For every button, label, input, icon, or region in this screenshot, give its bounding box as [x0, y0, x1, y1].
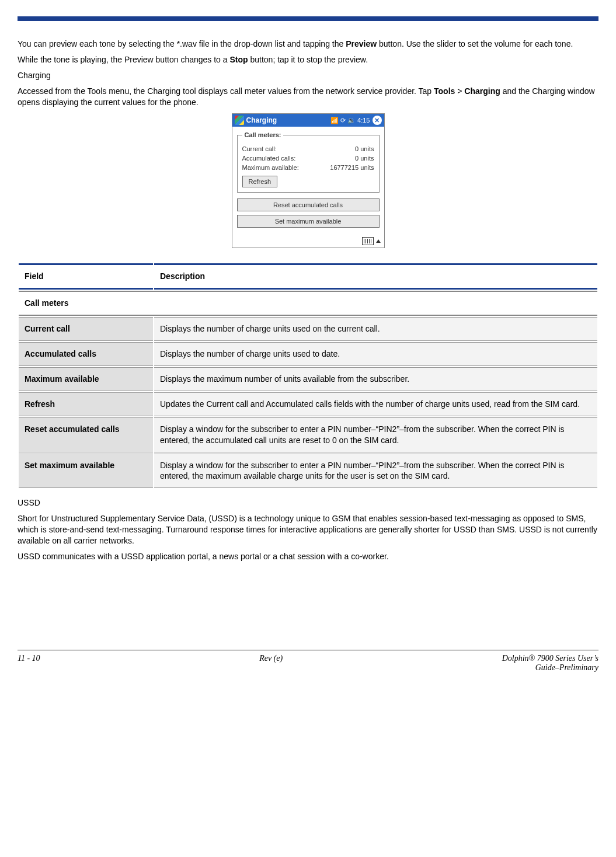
row-field: Set maximum available [19, 454, 153, 489]
charging-screenshot: Charging 📶 ⟳ 🔉 4:15 ✕ Call meters: Curre… [232, 113, 385, 248]
row-field: Accumulated calls [19, 342, 153, 366]
preview-word: Preview [346, 39, 377, 48]
text: button; tap it to stop the preview. [248, 55, 368, 64]
status-icons: 📶 ⟳ 🔉 4:15 [330, 117, 370, 124]
row-field: Current call [19, 317, 153, 341]
footer-right: Dolphin® 7900 Series User’s Guide–Prelim… [502, 654, 598, 673]
page-footer: 11 - 10 Rev (e) Dolphin® 7900 Series Use… [18, 650, 598, 673]
ussd-p2: USSD communicates with a USSD applicatio… [18, 551, 598, 562]
signal-icon: 📶 [330, 117, 339, 124]
clock-text: 4:15 [357, 117, 370, 124]
row-field: Maximum available [19, 367, 153, 391]
row-desc: Display a window for the subscriber to e… [154, 454, 597, 489]
th-description: Description [154, 263, 597, 290]
reset-accumulated-button[interactable]: Reset accumulated calls [237, 198, 380, 211]
accumulated-label: Accumulated calls: [242, 155, 296, 162]
ussd-heading: USSD [18, 497, 598, 508]
set-maximum-button[interactable]: Set maximum available [237, 215, 380, 228]
paragraph-preview: You can preview each tone by selecting t… [18, 39, 598, 50]
row-desc: Displays the maximum number of units ava… [154, 367, 597, 391]
footer-right-2: Guide–Preliminary [535, 663, 598, 672]
row-desc: Display a window for the subscriber to e… [154, 417, 597, 452]
header-bar [18, 16, 598, 21]
row-field: Refresh [19, 392, 153, 416]
current-call-label: Current call: [242, 145, 277, 152]
text: > [455, 86, 464, 96]
charging-word: Charging [464, 86, 500, 96]
footer-right-1: Dolphin® 7900 Series User’s [502, 654, 598, 663]
sync-icon: ⟳ [340, 117, 346, 124]
arrow-up-icon[interactable] [376, 239, 381, 243]
tools-word: Tools [434, 86, 455, 96]
text: While the tone is playing, the Preview b… [18, 55, 229, 64]
keyboard-icon[interactable] [362, 237, 374, 245]
paragraph-stop: While the tone is playing, the Preview b… [18, 54, 598, 65]
ussd-p1: Short for Unstructured Supplementary Ser… [18, 513, 598, 546]
speaker-icon: 🔉 [347, 117, 356, 124]
refresh-button[interactable]: Refresh [242, 176, 278, 187]
row-desc: Displays the number of charge units used… [154, 342, 597, 366]
footer-left: 11 - 10 [18, 654, 40, 663]
maximum-value: 16777215 units [330, 164, 374, 171]
section-call-meters: Call meters [19, 291, 597, 316]
row-desc: Displays the number of charge units used… [154, 317, 597, 341]
charging-heading: Charging [18, 70, 598, 81]
stop-word: Stop [229, 55, 248, 64]
legend: Call meters: [242, 131, 284, 138]
fields-table: Field Description Call meters Current ca… [18, 262, 598, 489]
footer-center: Rev (e) [259, 654, 283, 663]
text: button. Use the slider to set the volume… [377, 39, 573, 48]
row-field: Reset accumulated calls [19, 417, 153, 452]
accumulated-value: 0 units [355, 155, 374, 162]
row-desc: Updates the Current call and Accumulated… [154, 392, 597, 416]
call-meters-group: Call meters: Current call: 0 units Accum… [237, 131, 380, 193]
start-icon[interactable] [235, 116, 244, 125]
current-call-value: 0 units [355, 145, 374, 152]
titlebar: Charging 📶 ⟳ 🔉 4:15 ✕ [232, 114, 384, 127]
text: You can preview each tone by selecting t… [18, 39, 346, 48]
close-icon[interactable]: ✕ [373, 116, 382, 125]
window-title: Charging [246, 116, 277, 124]
th-field: Field [19, 263, 153, 290]
paragraph-charging: Accessed from the Tools menu, the Chargi… [18, 86, 598, 108]
maximum-label: Maximum available: [242, 164, 299, 171]
sip-bar [232, 236, 384, 248]
text: Accessed from the Tools menu, the Chargi… [18, 86, 434, 96]
